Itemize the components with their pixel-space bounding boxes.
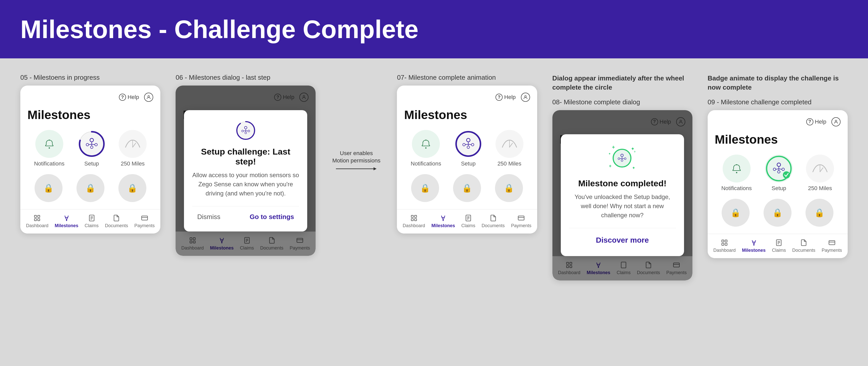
svg-rect-76 <box>518 216 524 220</box>
nav-payments-05[interactable]: Payments <box>134 214 155 228</box>
nav-documents-05[interactable]: Documents <box>105 214 128 228</box>
nav-label-09-documents: Documents <box>792 248 815 253</box>
miles-label-07: 250 Miles <box>498 160 521 167</box>
help-label-09: Help <box>815 119 826 125</box>
nav-milestones-09[interactable]: Milestones <box>742 239 766 253</box>
settings-button-06[interactable]: Go to settings <box>245 210 299 223</box>
nav-dashboard-05[interactable]: Dashboard <box>26 214 48 228</box>
svg-line-66 <box>509 143 513 147</box>
sparkle-6: + <box>634 149 636 154</box>
setup-label-05: Setup <box>84 160 99 167</box>
screen-09-wrapper: Badge animate to display the challenge i… <box>708 74 848 258</box>
svg-rect-70 <box>414 219 416 221</box>
nav-label-09-payments: Payments <box>822 248 842 253</box>
svg-rect-123 <box>829 241 835 245</box>
notification-label-05: Notifications <box>34 160 65 167</box>
setup-badge-09: Setup <box>765 155 793 192</box>
nav-payments-07[interactable]: Payments <box>511 214 531 228</box>
setup-circle-09 <box>765 155 793 182</box>
screen-08-phone: ? Help Milestones <box>552 110 692 280</box>
setup-circle-05 <box>78 130 106 158</box>
nav-label-09-claims: Claims <box>772 248 786 253</box>
dialog-body-06: Allow access to your motion sensors so Z… <box>192 171 299 198</box>
nav-milestones-05[interactable]: Milestones <box>55 214 78 228</box>
dismiss-button-06[interactable]: Dismiss <box>192 210 225 223</box>
lock-icon-3-05: 🔒 <box>127 183 137 193</box>
lock-icon-1-05: 🔒 <box>43 183 54 193</box>
setup-badge-07: Setup <box>454 130 482 167</box>
svg-line-15 <box>133 143 136 147</box>
svg-point-53 <box>425 147 427 149</box>
notification-label-09: Notifications <box>721 185 752 192</box>
nav-label-09-dashboard: Dashboard <box>713 248 736 253</box>
nav-documents-07[interactable]: Documents <box>482 214 505 228</box>
sparkle-4: ✦ <box>632 165 635 170</box>
screen-05-title: Milestones <box>27 108 153 122</box>
screen-05-nav: Dashboard Milestones Claims Documents Pa… <box>20 209 160 234</box>
miles-circle-07 <box>495 130 523 158</box>
user-icon-07[interactable] <box>521 93 530 102</box>
nav-claims-07[interactable]: Claims <box>461 214 475 228</box>
discover-button-08[interactable]: Discover more <box>569 232 676 248</box>
screen-07-locked: 🔒 🔒 🔒 <box>404 174 530 202</box>
help-label-05: Help <box>128 94 139 101</box>
nav-payments-09[interactable]: Payments <box>822 239 842 253</box>
svg-rect-25 <box>142 216 147 220</box>
svg-rect-69 <box>411 219 413 221</box>
notification-badge-05: Notifications <box>34 130 65 167</box>
dialog-icon-06 <box>192 120 299 141</box>
nav-dashboard-09[interactable]: Dashboard <box>713 239 736 253</box>
screen-07-title: Milestones <box>404 108 530 122</box>
user-icon-09[interactable] <box>831 117 841 126</box>
screen-08-wrapper: Dialog appear immediately after the whee… <box>552 74 692 280</box>
nav-dashboard-07[interactable]: Dashboard <box>403 214 425 228</box>
arrow-section: User enablesMotion permissions <box>331 74 382 171</box>
locked-1-05: 🔒 <box>35 174 63 202</box>
screen-09-locked: 🔒 🔒 🔒 <box>715 199 841 227</box>
lock-icon-2-05: 🔒 <box>85 183 96 193</box>
screen-05-locked: 🔒 🔒 🔒 <box>27 174 153 202</box>
locked-2-05: 🔒 <box>76 174 104 202</box>
help-icon-09: ? <box>806 118 813 125</box>
setup-dialog-06: Setup challenge: Last step! Allow access… <box>184 110 307 231</box>
screen-09-badges: Notifications <box>715 155 841 192</box>
notification-circle-05 <box>35 130 63 158</box>
svg-point-111 <box>783 171 790 178</box>
help-button-09[interactable]: ? Help <box>806 118 826 125</box>
notification-badge-09: Notifications <box>721 155 752 192</box>
screen-06-overlay: Setup challenge: Last step! Allow access… <box>176 86 316 256</box>
nav-dashboard-label-05: Dashboard <box>26 223 48 228</box>
screen-05-wrapper: 05 - Milestoens in progress ? Help Miles… <box>20 74 160 234</box>
lock-icon-3-09: 🔒 <box>814 208 825 218</box>
nav-claims-05[interactable]: Claims <box>85 214 99 228</box>
help-button-07[interactable]: ? Help <box>495 94 516 101</box>
screen-09-label: 09 - Milestone challenge completed <box>708 98 848 106</box>
nav-documents-09[interactable]: Documents <box>792 239 815 253</box>
help-icon-05: ? <box>119 94 126 101</box>
screen-08-label: 08- Milestone complete dialog <box>552 98 692 106</box>
nav-milestones-07[interactable]: Milestones <box>431 214 455 228</box>
screen-09-phone: ? Help Milestones <box>708 110 848 258</box>
svg-point-20 <box>66 220 67 221</box>
screen-05-phone: ? Help Milestones <box>20 86 160 234</box>
setup-circle-07 <box>454 130 482 158</box>
arrow-label: User enablesMotion permissions <box>332 150 381 164</box>
completed-dialog-08: + ✦ + ✦ ✦ + <box>561 134 684 256</box>
nav-payments-label-05: Payments <box>134 223 155 228</box>
screen-08-overlay: + ✦ + ✦ ✦ + <box>552 110 692 280</box>
help-button-05[interactable]: ? Help <box>119 94 139 101</box>
notification-label-07: Notifications <box>411 160 441 167</box>
dialog-icon-08: + ✦ + ✦ ✦ + <box>569 144 676 172</box>
arrow-line <box>336 166 377 171</box>
svg-point-97 <box>835 120 837 122</box>
nav-claims-09[interactable]: Claims <box>772 239 786 253</box>
screen-07-wrapper: 07- Milestone complete animation ? Help … <box>397 74 537 234</box>
help-label-07: Help <box>504 94 516 101</box>
sparkle-3: + <box>609 163 612 169</box>
user-icon-05[interactable] <box>144 93 153 102</box>
lock-icon-1-09: 🔒 <box>731 208 741 218</box>
svg-rect-68 <box>414 215 416 218</box>
miles-circle-09 <box>806 155 834 182</box>
svg-point-118 <box>753 245 754 245</box>
svg-point-54 <box>425 140 426 141</box>
